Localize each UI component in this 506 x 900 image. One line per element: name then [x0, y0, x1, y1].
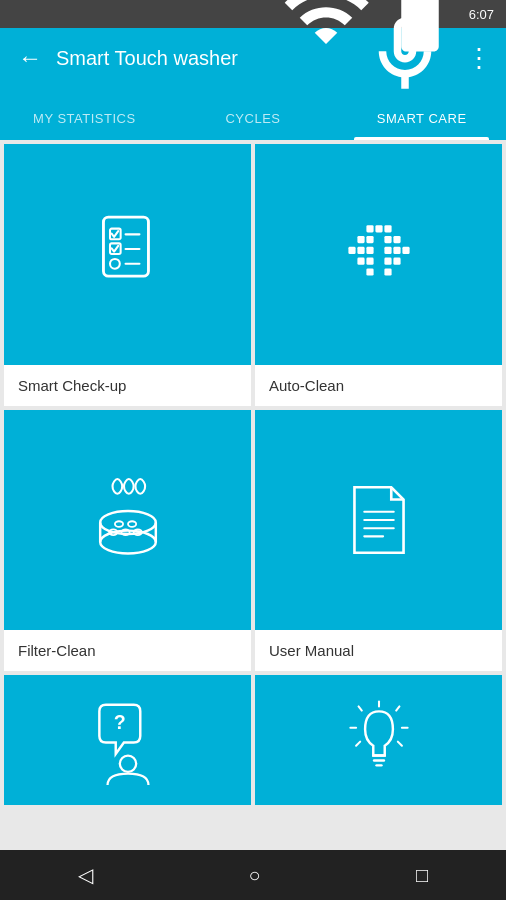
- manual-icon: [334, 475, 424, 565]
- svg-point-33: [114, 521, 122, 527]
- grid-item-help[interactable]: ?: [4, 675, 251, 805]
- grid-container: Smart Check-up: [0, 140, 506, 850]
- svg-rect-14: [348, 247, 355, 254]
- svg-rect-13: [393, 236, 400, 243]
- user-manual-label: User Manual: [255, 630, 502, 671]
- mic-icon: [360, 10, 450, 100]
- smart-checkup-icon-area: [4, 144, 251, 365]
- svg-rect-10: [357, 236, 364, 243]
- grid-item-smart-checkup[interactable]: Smart Check-up: [4, 144, 251, 406]
- bottom-nav: ◁ ○ □: [0, 850, 506, 900]
- auto-clean-label: Auto-Clean: [255, 365, 502, 406]
- svg-rect-17: [384, 247, 391, 254]
- nav-home-button[interactable]: ○: [224, 856, 284, 895]
- user-manual-icon-area: [255, 410, 502, 631]
- svg-line-49: [356, 742, 360, 746]
- mic-button[interactable]: [360, 10, 450, 106]
- nav-back-button[interactable]: ◁: [54, 855, 117, 895]
- more-button[interactable]: ⋮: [466, 43, 492, 74]
- autoclean-icon: [334, 209, 424, 299]
- tips-icon: [334, 695, 424, 785]
- filter-clean-icon-area: [4, 410, 251, 631]
- svg-rect-20: [357, 258, 364, 265]
- filter-clean-label: Filter-Clean: [4, 630, 251, 671]
- help-icon-area: ?: [4, 675, 251, 805]
- svg-rect-9: [384, 226, 391, 233]
- svg-point-31: [121, 529, 129, 535]
- smart-checkup-label: Smart Check-up: [4, 365, 251, 406]
- grid-item-user-manual[interactable]: User Manual: [255, 410, 502, 672]
- svg-rect-25: [384, 269, 391, 276]
- app-bar: ← Smart Touch washer ⋮: [0, 28, 506, 88]
- svg-line-50: [397, 742, 401, 746]
- filter-icon: [83, 475, 173, 565]
- tab-my-statistics[interactable]: MY STATISTICS: [0, 111, 169, 140]
- grid-item-tips[interactable]: [255, 675, 502, 805]
- svg-text:?: ?: [113, 712, 125, 734]
- help-icon: ?: [83, 695, 173, 785]
- tab-cycles[interactable]: CYCLES: [169, 111, 338, 140]
- svg-rect-18: [393, 247, 400, 254]
- svg-rect-19: [402, 247, 409, 254]
- svg-rect-15: [357, 247, 364, 254]
- svg-rect-16: [366, 247, 373, 254]
- svg-rect-11: [366, 236, 373, 243]
- app-bar-actions: ⋮: [360, 10, 492, 106]
- svg-rect-22: [384, 258, 391, 265]
- back-button[interactable]: ←: [14, 40, 46, 76]
- svg-rect-8: [375, 226, 382, 233]
- grid-item-auto-clean[interactable]: Auto-Clean: [255, 144, 502, 406]
- svg-rect-23: [393, 258, 400, 265]
- svg-point-34: [128, 521, 136, 527]
- svg-point-40: [119, 756, 135, 772]
- app-title: Smart Touch washer: [56, 47, 350, 70]
- svg-rect-7: [366, 226, 373, 233]
- svg-rect-21: [366, 258, 373, 265]
- svg-point-5: [110, 259, 120, 269]
- svg-line-45: [358, 707, 361, 711]
- tips-icon-area: [255, 675, 502, 805]
- nav-recent-button[interactable]: □: [392, 856, 452, 895]
- tab-smart-care[interactable]: SMART CARE: [337, 111, 506, 140]
- checkup-icon: [83, 209, 173, 299]
- grid-item-filter-clean[interactable]: Filter-Clean: [4, 410, 251, 672]
- svg-rect-24: [366, 269, 373, 276]
- svg-rect-12: [384, 236, 391, 243]
- auto-clean-icon-area: [255, 144, 502, 365]
- svg-line-46: [396, 707, 399, 711]
